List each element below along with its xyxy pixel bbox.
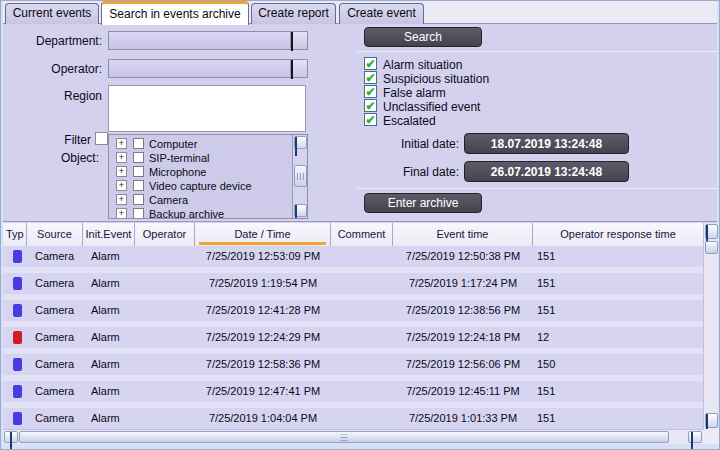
column-header-operator[interactable]: Operator xyxy=(135,223,195,246)
escalated-checkbox[interactable]: ✔ xyxy=(364,113,377,126)
tree-scrollbar[interactable] xyxy=(292,135,307,218)
department-dropdown-button[interactable] xyxy=(290,32,307,49)
final-date-button[interactable]: 26.07.2019 13:24:48 xyxy=(464,161,629,182)
search-button[interactable]: Search xyxy=(364,27,482,47)
event-type-marker xyxy=(13,412,22,425)
table-row[interactable]: Camera Alarm 7/25/2019 1:04:04 PM 7/25/2… xyxy=(3,408,703,429)
vertical-scroll-thumb[interactable] xyxy=(705,241,718,254)
cell-event-time: 7/25/2019 12:56:06 PM xyxy=(393,354,533,375)
table-row[interactable]: Camera Alarm 7/25/2019 12:58:36 PM 7/25/… xyxy=(3,354,703,381)
initial-date-button[interactable]: 18.07.2019 13:24:48 xyxy=(464,133,629,154)
tree-checkbox[interactable] xyxy=(133,166,144,177)
scroll-right-icon xyxy=(691,432,693,450)
scroll-left-button[interactable] xyxy=(4,431,18,443)
cell-date-time: 7/25/2019 12:58:36 PM xyxy=(195,354,331,375)
cell-comment xyxy=(331,327,393,348)
horizontal-scroll-thumb[interactable] xyxy=(19,431,669,443)
department-select[interactable] xyxy=(108,31,308,50)
scroll-right-button[interactable] xyxy=(688,431,702,443)
tree-item-backup-archive[interactable]: + Backup archive xyxy=(109,207,307,219)
unclassified-event-checkbox[interactable]: ✔ xyxy=(364,99,377,112)
table-row[interactable]: Camera Alarm 7/25/2019 12:47:41 PM 7/25/… xyxy=(3,381,703,408)
scroll-up-button[interactable] xyxy=(705,224,718,239)
column-header-comment[interactable]: Comment xyxy=(331,223,393,246)
cell-response-time: 151 xyxy=(533,408,703,429)
tree-item-video-capture[interactable]: + Video capture device xyxy=(109,179,307,193)
check-icon: ✔ xyxy=(365,113,375,127)
tree-scroll-thumb[interactable] xyxy=(294,165,307,187)
cell-source: Camera xyxy=(27,246,83,267)
cell-init-event: Alarm xyxy=(83,381,135,402)
events-archive-window: Current events Search in events archive … xyxy=(0,0,720,450)
alarm-situation-label: Alarm situation xyxy=(383,58,583,72)
table-row[interactable]: Camera Alarm 7/25/2019 12:53:09 PM 7/25/… xyxy=(3,246,703,273)
operator-select[interactable] xyxy=(108,59,308,78)
scroll-up-icon xyxy=(295,137,297,156)
cell-comment xyxy=(331,381,393,402)
tab-create-event[interactable]: Create event xyxy=(339,3,424,24)
table-vertical-scrollbar[interactable] xyxy=(703,223,718,429)
tree-item-microphone[interactable]: + Microphone xyxy=(109,165,307,179)
scroll-up-button[interactable] xyxy=(294,136,307,149)
tree-checkbox[interactable] xyxy=(133,180,144,191)
check-icon: ✔ xyxy=(365,71,375,85)
tab-create-report[interactable]: Create report xyxy=(251,3,336,24)
cell-response-time: 151 xyxy=(533,381,703,402)
tree-item-label: Microphone xyxy=(149,166,206,178)
tree-checkbox[interactable] xyxy=(133,138,144,149)
divider xyxy=(357,188,717,189)
enter-archive-button[interactable]: Enter archive xyxy=(364,193,482,213)
cell-operator xyxy=(135,300,195,321)
tree-checkbox[interactable] xyxy=(133,152,144,163)
operator-dropdown-button[interactable] xyxy=(290,60,307,77)
cell-init-event: Alarm xyxy=(83,246,135,267)
table-row[interactable]: Camera Alarm 7/25/2019 1:19:54 PM 7/25/2… xyxy=(3,273,703,300)
scroll-down-button[interactable] xyxy=(294,204,307,217)
alarm-situation-checkbox[interactable]: ✔ xyxy=(364,57,377,70)
false-alarm-label: False alarm xyxy=(383,86,583,100)
column-header-source[interactable]: Source xyxy=(27,223,83,246)
tab-current-events[interactable]: Current events xyxy=(5,3,99,24)
expand-plus-icon[interactable]: + xyxy=(116,166,127,177)
table-horizontal-scrollbar[interactable] xyxy=(3,429,703,444)
region-input[interactable] xyxy=(108,85,306,132)
tree-checkbox[interactable] xyxy=(133,194,144,205)
cell-response-time: 151 xyxy=(533,246,703,267)
cell-event-time: 7/25/2019 12:24:18 PM xyxy=(393,327,533,348)
tab-search-archive[interactable]: Search in events archive xyxy=(101,1,249,25)
escalated-label: Escalated xyxy=(383,114,583,128)
event-type-marker xyxy=(13,331,22,344)
column-header-response-time[interactable]: Operator response time xyxy=(533,223,703,246)
expand-plus-icon[interactable]: + xyxy=(116,138,127,149)
column-header-event-time[interactable]: Event time xyxy=(393,223,533,246)
check-icon: ✔ xyxy=(365,85,375,99)
expand-plus-icon[interactable]: + xyxy=(116,194,127,205)
scroll-down-button[interactable] xyxy=(705,413,718,428)
table-row[interactable]: Camera Alarm 7/25/2019 12:41:28 PM 7/25/… xyxy=(3,300,703,327)
table-row[interactable]: Camera Alarm 7/25/2019 12:24:29 PM 7/25/… xyxy=(3,327,703,354)
cell-response-time: 151 xyxy=(533,273,703,294)
tree-item-camera[interactable]: + Camera xyxy=(109,193,307,207)
search-archive-page: Department: Operator: Region Filter Obje… xyxy=(3,25,717,442)
cell-init-event: Alarm xyxy=(83,354,135,375)
unclassified-event-label: Unclassified event xyxy=(383,100,583,114)
column-header-init-event[interactable]: Init.Event xyxy=(83,223,135,246)
suspicious-situation-checkbox[interactable]: ✔ xyxy=(364,71,377,84)
filter-checkbox[interactable] xyxy=(95,132,108,145)
cell-source: Camera xyxy=(27,300,83,321)
cell-operator xyxy=(135,327,195,348)
tree-checkbox[interactable] xyxy=(133,208,144,219)
object-tree: + Computer + SIP-terminal + Microphone +… xyxy=(108,134,308,219)
tree-item-computer[interactable]: + Computer xyxy=(109,137,307,151)
false-alarm-checkbox[interactable]: ✔ xyxy=(364,85,377,98)
thumb-grip xyxy=(341,435,348,443)
tree-item-label: Backup archive xyxy=(149,208,224,219)
table-body: Camera Alarm 7/25/2019 12:53:09 PM 7/25/… xyxy=(3,246,703,429)
cell-source: Camera xyxy=(27,381,83,402)
expand-plus-icon[interactable]: + xyxy=(116,180,127,191)
column-header-type[interactable]: Typ xyxy=(3,223,27,246)
expand-plus-icon[interactable]: + xyxy=(116,152,127,163)
tree-item-sip-terminal[interactable]: + SIP-terminal xyxy=(109,151,307,165)
column-header-date-time[interactable]: Date / Time xyxy=(195,223,331,246)
expand-plus-icon[interactable]: + xyxy=(116,208,127,219)
